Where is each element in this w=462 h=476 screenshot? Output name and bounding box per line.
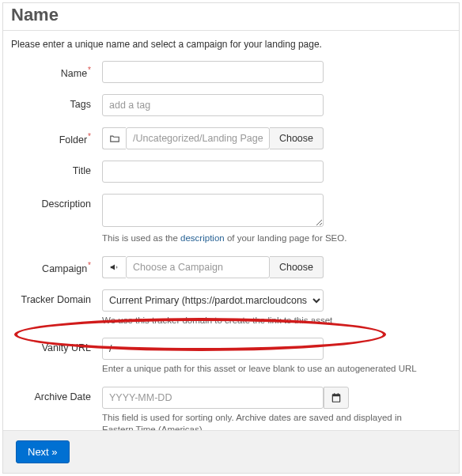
campaign-group: Choose xyxy=(102,256,324,278)
tracker-help: We use this tracker domain to create the… xyxy=(102,315,434,327)
name-input[interactable] xyxy=(102,61,324,83)
row-title: Title xyxy=(11,161,451,183)
tracker-select[interactable]: Current Primary (https://pardot.marcloud… xyxy=(102,289,324,312)
required-marker: * xyxy=(88,66,91,74)
row-tags: Tags xyxy=(11,94,451,116)
description-help-link[interactable]: description xyxy=(180,233,225,243)
label-folder: Folder* xyxy=(11,127,102,145)
form-frame: Name Please enter a unique name and sele… xyxy=(2,2,460,474)
tags-input[interactable] xyxy=(102,94,324,116)
calendar-icon xyxy=(331,392,342,403)
folder-group: Choose xyxy=(102,127,324,149)
label-campaign: Campaign* xyxy=(11,256,102,274)
form-body: Name* Tags Folder* xyxy=(3,61,459,455)
folder-icon xyxy=(102,127,126,149)
vanity-input[interactable] xyxy=(102,338,324,360)
title-input[interactable] xyxy=(102,161,324,183)
required-marker: * xyxy=(88,132,91,141)
description-input[interactable] xyxy=(102,194,324,227)
label-name: Name* xyxy=(11,61,102,79)
label-title: Title xyxy=(11,161,102,176)
row-folder: Folder* Choose xyxy=(11,127,451,149)
intro-text: Please enter a unique name and select a … xyxy=(3,31,459,61)
folder-path xyxy=(126,127,270,149)
campaign-input[interactable] xyxy=(126,256,270,278)
row-vanity: Vanity URL Enter a unique path for this … xyxy=(11,338,451,376)
calendar-button[interactable] xyxy=(324,387,349,409)
row-tracker: Tracker Domain Current Primary (https://… xyxy=(11,289,451,327)
archive-date-input[interactable] xyxy=(102,387,324,409)
folder-choose-button[interactable]: Choose xyxy=(270,127,324,149)
footer-bar: Next » xyxy=(3,430,459,473)
label-vanity: Vanity URL xyxy=(11,338,102,353)
description-help: This is used as the description of your … xyxy=(102,232,434,245)
row-description: Description This is used as the descript… xyxy=(11,194,451,245)
label-tags: Tags xyxy=(11,94,102,110)
campaign-choose-button[interactable]: Choose xyxy=(270,256,324,278)
label-tracker: Tracker Domain xyxy=(11,289,102,305)
row-name: Name* xyxy=(11,61,451,83)
megaphone-icon xyxy=(102,256,126,278)
archive-group xyxy=(102,387,434,409)
label-description: Description xyxy=(11,194,102,210)
page-title: Name xyxy=(3,3,459,31)
row-campaign: Campaign* Choose xyxy=(11,256,451,278)
vanity-help: Enter a unique path for this asset or le… xyxy=(102,363,434,376)
next-button[interactable]: Next » xyxy=(16,440,70,463)
required-marker: * xyxy=(88,261,91,270)
label-archive: Archive Date xyxy=(11,387,102,402)
